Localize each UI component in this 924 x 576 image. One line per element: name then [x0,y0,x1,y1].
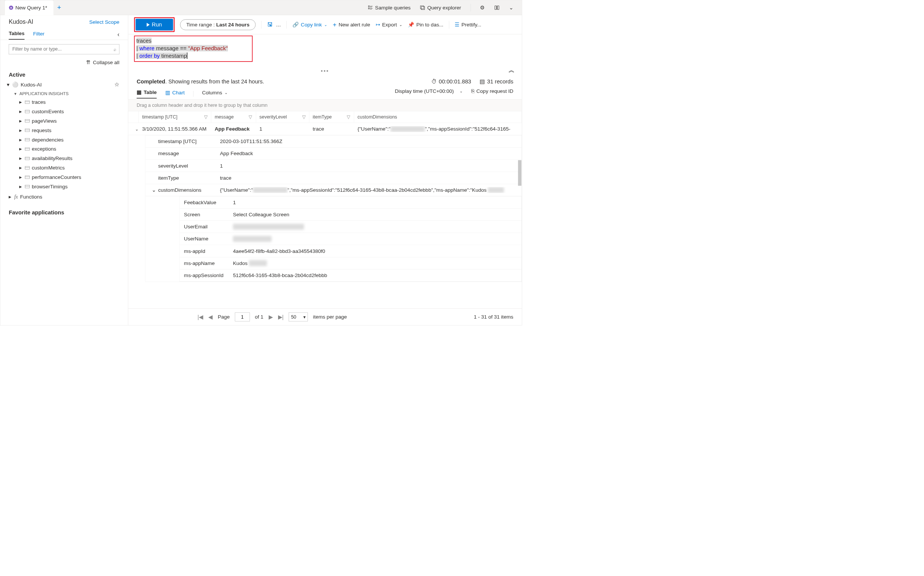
column-header-timestamp[interactable]: timestamp [UTC]▽ [139,111,211,123]
svg-rect-7 [421,6,425,10]
group-drop-hint[interactable]: Drag a column header and drop it here to… [128,100,522,111]
cell-message: App Feedback [215,126,260,132]
new-alert-button[interactable]: + New alert rule [333,21,370,28]
sidebar-table-customEvents[interactable]: ▸customEvents [14,107,120,116]
page-prev-button[interactable]: ◀ [208,314,212,320]
filter-icon[interactable]: ▽ [347,114,351,120]
format-icon: ☰ [455,21,459,27]
caret-right-icon: ▸ [19,109,22,115]
prettify-button[interactable]: ☰ Prettify... [455,21,482,27]
result-row[interactable]: ⌄ 3/10/2020, 11:51:55.366 AM App Feedbac… [128,123,522,135]
customdimensions-expand-row[interactable]: ⌄customDimensions{"UserName":"redactedna… [145,184,522,196]
page-first-button[interactable]: |◀ [198,314,203,320]
copy-link-button[interactable]: 🔗 Copy link ⌄ [292,21,327,27]
chevron-down-icon: ⌄ [324,22,327,27]
resource-tree-node[interactable]: ▾ ⚪ Kudos-AI ☆ [7,80,120,90]
collapse-sidebar-icon[interactable]: › [117,32,119,38]
functions-node[interactable]: ▸ fx Functions [7,191,120,202]
sidebar-table-dependencies[interactable]: ▸dependencies [14,135,120,144]
copy-request-id-button[interactable]: ⎘Copy request ID [471,88,514,97]
caret-right-icon: ▸ [19,99,22,105]
column-header-customdimensions[interactable]: customDimensions [354,111,522,123]
sidebar-table-exceptions[interactable]: ▸exceptions [14,144,120,154]
status-completed: Completed [137,78,165,85]
expand-row-icon[interactable]: ⌄ [132,126,142,132]
pin-button[interactable]: 📌 Pin to das... [408,21,443,27]
query-explorer-button[interactable]: Query explorer [420,5,461,11]
collapse-all-button[interactable]: ⇈ Collapse all [0,59,128,69]
caret-right-icon: ▸ [19,137,22,143]
page-of: of 1 [255,314,263,320]
resize-handle[interactable]: •••︽ [128,62,522,77]
lightbulb-icon: ⚪ [12,82,19,88]
query-tab-active[interactable]: ● New Query 1* [5,0,54,16]
caret-down-icon: ▾ [7,82,10,88]
table-icon [25,129,29,132]
view-tab-table[interactable]: ▦Table [137,90,156,99]
favorite-star-icon[interactable]: ☆ [114,82,119,88]
filter-icon[interactable]: ▽ [249,114,252,120]
sidebar-table-availabilityResults[interactable]: ▸availabilityResults [14,154,120,163]
active-section-header: Active [0,70,128,80]
sidebar-table-performanceCounters[interactable]: ▸performanceCounters [14,173,120,182]
layers-icon [420,5,425,10]
list-check-icon [368,5,373,10]
table-icon: ▦ [137,90,142,96]
sidebar-table-traces[interactable]: ▸traces [14,98,120,107]
query-duration: ⏱00:00:01.883 [431,78,471,85]
page-last-button[interactable]: ▶| [278,314,284,320]
sidebar-table-browserTimings[interactable]: ▸browserTimings [14,182,120,191]
more-dropdown[interactable]: ⌄ [509,5,513,11]
sidebar-tab-tables[interactable]: Tables [9,30,24,40]
collapse-up-icon[interactable]: ︽ [509,66,515,74]
filter-icon[interactable]: ▽ [302,114,306,120]
filter-icon[interactable]: ▽ [204,114,208,120]
new-tab-button[interactable]: + [54,4,64,12]
sidebar-table-pageViews[interactable]: ▸pageViews [14,116,120,126]
select-scope-link[interactable]: Select Scope [89,19,119,25]
table-icon [25,185,29,188]
display-time-dropdown[interactable]: Display time (UTC+00:00) ⌄ [395,88,463,97]
pin-icon: 📌 [408,21,414,27]
columns-dropdown[interactable]: Columns⌄ [202,90,228,98]
page-number-input[interactable] [235,312,250,322]
play-icon [147,22,150,26]
view-tab-chart[interactable]: ▥Chart [165,90,185,98]
column-header-message[interactable]: message▽ [211,111,256,123]
favorite-section-header: Favorite applications [0,208,128,218]
page-size-select[interactable]: 50▾ [289,312,308,322]
settings-button[interactable]: ⚙ [480,5,484,11]
save-icon: 🖫 [267,21,273,28]
column-header-severity[interactable]: severityLevel▽ [256,111,310,123]
caret-right-icon: ▸ [19,127,22,133]
query-editor[interactable]: traces | where message == "App Feedback"… [134,35,252,62]
record-count: ▤31 records [480,78,513,85]
clipboard-icon: ⎘ [471,88,474,94]
results-header-row: timestamp [UTC]▽ message▽ severityLevel▽… [128,111,522,123]
app-insights-header[interactable]: ▾APPLICATION INSIGHTS [14,90,120,98]
caret-right-icon: ▸ [19,165,22,171]
sidebar-tab-filter[interactable]: Filter [33,31,45,40]
scrollbar-thumb[interactable] [518,160,522,186]
caret-right-icon: ▸ [19,174,22,181]
gear-icon: ⚙ [480,5,484,11]
export-button[interactable]: ↦ Export ⌄ [376,21,402,27]
reader-button[interactable] [494,5,500,11]
time-range-picker[interactable]: Time range : Last 24 hours [180,19,255,30]
page-label: Page [218,314,230,320]
sidebar-table-requests[interactable]: ▸requests [14,126,120,135]
sidebar-table-customMetrics[interactable]: ▸customMetrics [14,163,120,173]
save-button[interactable]: 🖫… [267,21,281,28]
resource-name: Kudos-AI [9,19,33,25]
chevron-down-icon: ⌄ [399,22,402,27]
svg-rect-6 [420,6,424,9]
customdimensions-detail: FeebackValue1 ScreenSelect Colleague Scr… [180,196,522,282]
run-button[interactable]: Run [136,19,173,30]
page-next-button[interactable]: ▶ [269,314,273,320]
cell-itemtype: trace [313,126,357,132]
svg-rect-1 [368,8,369,9]
filter-input[interactable] [9,44,119,54]
sample-queries-button[interactable]: Sample queries [368,5,410,11]
list-icon: ▤ [480,78,485,85]
column-header-itemtype[interactable]: itemType▽ [310,111,354,123]
